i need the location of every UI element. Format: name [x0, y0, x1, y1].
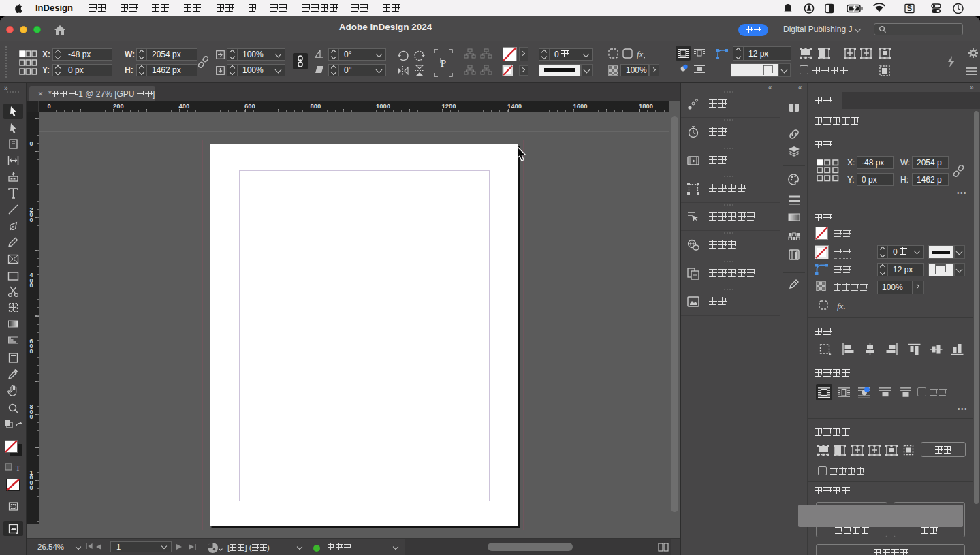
svg-text:S: S [907, 4, 912, 12]
svg-text:T: T [16, 464, 20, 472]
svg-text:P: P [441, 58, 446, 69]
svg-text:fx: fx [637, 49, 644, 59]
